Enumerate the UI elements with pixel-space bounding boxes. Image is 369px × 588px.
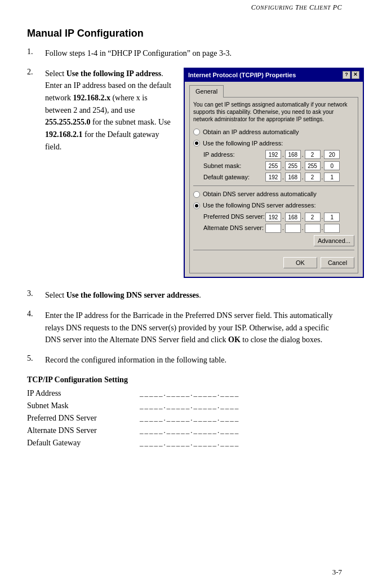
config-row-adns: Alternate DNS Server _____._____._____._… bbox=[27, 426, 342, 435]
config-value-gw: _____._____._____.____ bbox=[140, 439, 239, 448]
step-4: 4. Enter the IP address for the Barricad… bbox=[27, 310, 342, 346]
cancel-button[interactable]: Cancel bbox=[321, 257, 354, 268]
step-2-bold1: Use the following IP address bbox=[66, 69, 162, 78]
dialog-titlebar-buttons: ? ✕ bbox=[343, 71, 359, 79]
adns-seg4[interactable] bbox=[324, 224, 340, 233]
dialog-close-btn[interactable]: ✕ bbox=[352, 71, 359, 79]
advanced-button[interactable]: Advanced... bbox=[314, 235, 354, 246]
step-1: 1. Follow steps 1-4 in “DHCP IP Configur… bbox=[27, 47, 342, 60]
step-5-content: Record the configured information in the… bbox=[45, 354, 342, 366]
pdns-seg1[interactable]: 192 bbox=[265, 213, 281, 222]
adns-seg3[interactable] bbox=[305, 224, 321, 233]
step-2-bold2: 192.168.2.x bbox=[73, 94, 110, 102]
config-label-gw: Default Gateway bbox=[27, 439, 140, 448]
steps-list: 1. Follow steps 1-4 in “DHCP IP Configur… bbox=[27, 47, 342, 366]
alternate-dns-row: Alternate DNS server: . . . bbox=[203, 223, 354, 233]
pdns-seg4[interactable]: 1 bbox=[324, 213, 340, 222]
step-2-bold4: 192.168.2.1 bbox=[45, 130, 83, 139]
config-value-ip: _____._____._____.____ bbox=[140, 389, 239, 398]
gw-seg1[interactable]: 192 bbox=[265, 173, 281, 182]
alternate-dns-input[interactable]: . . . bbox=[265, 224, 340, 233]
pdns-seg3[interactable]: 2 bbox=[305, 213, 321, 222]
radio-manual-dns-btn[interactable] bbox=[193, 202, 200, 209]
radio-manual-ip-btn[interactable] bbox=[193, 140, 200, 147]
page-header: CONFIGURING THE CLIENT PC bbox=[27, 0, 342, 17]
step-2-inner: Select Use the following IP address. Ent… bbox=[45, 68, 364, 278]
radio-auto-dns-btn[interactable] bbox=[193, 191, 200, 198]
dialog-sep1 bbox=[193, 185, 354, 186]
gateway-row: Default gateway: 192 . 168 . 2 . 1 bbox=[203, 173, 354, 182]
radio-auto-ip-label: Obtain an IP address automatically bbox=[203, 127, 299, 137]
step-3: 3. Select Use the following DNS server a… bbox=[27, 289, 342, 302]
pdns-seg2[interactable]: 168 bbox=[285, 213, 301, 222]
ip-address-label: IP address: bbox=[203, 150, 265, 160]
step-5-text: Record the configured information in the… bbox=[45, 356, 226, 364]
step-4-bold: OK bbox=[228, 335, 241, 344]
subnet-mask-row: Subnet mask: 255 . 255 . 255 . 0 bbox=[203, 161, 354, 171]
dialog-buttons: OK Cancel bbox=[193, 255, 354, 269]
config-row-subnet: Subnet Mask _____._____._____.____ bbox=[27, 401, 342, 410]
config-row-gw: Default Gateway _____._____._____.____ bbox=[27, 439, 342, 448]
subnet-label: Subnet mask: bbox=[203, 161, 265, 171]
ip-seg1[interactable]: 192 bbox=[265, 150, 281, 159]
step-1-number: 1. bbox=[27, 47, 45, 56]
preferred-dns-input[interactable]: 192 . 168 . 2 . 1 bbox=[265, 213, 340, 222]
step-1-content: Follow steps 1-4 in “DHCP IP Configurati… bbox=[45, 47, 342, 60]
ok-button[interactable]: OK bbox=[283, 257, 317, 268]
step-2: 2. Select Use the following IP address. … bbox=[27, 68, 342, 278]
config-row-ip: IP Address _____._____._____.____ bbox=[27, 389, 342, 398]
step-5-number: 5. bbox=[27, 354, 45, 363]
dialog-info: You can get IP settings assigned automat… bbox=[193, 101, 354, 123]
dialog-title: Internet Protocol (TCP/IP) Properties bbox=[188, 70, 296, 80]
ip-seg4[interactable]: 20 bbox=[324, 150, 340, 159]
dialog-box: Internet Protocol (TCP/IP) Properties ? … bbox=[184, 68, 364, 278]
adns-seg2[interactable] bbox=[285, 224, 301, 233]
gw-seg3[interactable]: 2 bbox=[305, 173, 321, 182]
step-4-number: 4. bbox=[27, 310, 45, 319]
config-label-subnet: Subnet Mask bbox=[27, 401, 140, 410]
radio-auto-dns[interactable]: Obtain DNS server address automatically bbox=[193, 189, 354, 199]
radio-auto-ip-btn[interactable] bbox=[193, 129, 200, 135]
gw-seg2[interactable]: 168 bbox=[285, 173, 301, 182]
main-heading: Manual IP Configuration bbox=[27, 28, 342, 39]
preferred-dns-label: Preferred DNS server: bbox=[203, 212, 265, 222]
dialog-content: You can get IP settings assigned automat… bbox=[189, 97, 358, 273]
step-5: 5. Record the configured information in … bbox=[27, 354, 342, 366]
ip-seg2[interactable]: 168 bbox=[285, 150, 301, 159]
step-2-number: 2. bbox=[27, 68, 45, 77]
dialog-help-btn[interactable]: ? bbox=[343, 71, 350, 79]
step-2-text: Select Use the following IP address. Ent… bbox=[45, 68, 175, 153]
step-3-bold: Use the following DNS server addresses bbox=[66, 291, 199, 299]
gateway-label: Default gateway: bbox=[203, 173, 265, 182]
step-3-content: Select Use the following DNS server addr… bbox=[45, 289, 342, 302]
step-3-number: 3. bbox=[27, 289, 45, 298]
subnet-input[interactable]: 255 . 255 . 255 . 0 bbox=[265, 161, 340, 170]
step-1-text: Follow steps 1-4 in “DHCP IP Configurati… bbox=[45, 49, 232, 58]
config-row-pdns: Preferred DNS Server _____._____._____._… bbox=[27, 414, 342, 423]
subnet-seg4[interactable]: 0 bbox=[324, 161, 340, 170]
step-2-bold3: 255.255.255.0 bbox=[45, 118, 91, 126]
subnet-seg2[interactable]: 255 bbox=[285, 161, 301, 170]
step-4-text-end: to close the dialog boxes. bbox=[241, 335, 322, 344]
ip-seg3[interactable]: 2 bbox=[305, 150, 321, 159]
radio-auto-ip[interactable]: Obtain an IP address automatically bbox=[193, 127, 354, 137]
radio-manual-dns-label: Use the following DNS server addresses: bbox=[203, 201, 316, 210]
config-label-pdns: Preferred DNS Server bbox=[27, 414, 140, 423]
config-value-subnet: _____._____._____.____ bbox=[140, 401, 239, 410]
radio-manual-dns[interactable]: Use the following DNS server addresses: bbox=[193, 201, 354, 210]
page-footer: 3-7 bbox=[332, 568, 342, 577]
gw-seg4[interactable]: 1 bbox=[324, 173, 340, 182]
dialog-titlebar: Internet Protocol (TCP/IP) Properties ? … bbox=[185, 69, 363, 82]
subnet-seg3[interactable]: 255 bbox=[305, 161, 321, 170]
ip-address-input[interactable]: 192 . 168 . 2 . 20 bbox=[265, 150, 340, 159]
dialog-tab[interactable]: General bbox=[189, 85, 224, 98]
radio-manual-ip[interactable]: Use the following IP address: bbox=[193, 139, 354, 148]
config-value-adns: _____._____._____.____ bbox=[140, 426, 239, 435]
subnet-seg1[interactable]: 255 bbox=[265, 161, 281, 170]
page-number: 3-7 bbox=[332, 568, 342, 576]
gateway-input[interactable]: 192 . 168 . 2 . 1 bbox=[265, 173, 340, 182]
alternate-dns-label: Alternate DNS server: bbox=[203, 223, 265, 233]
adns-seg1[interactable] bbox=[265, 224, 281, 233]
radio-auto-dns-label: Obtain DNS server address automatically bbox=[203, 189, 317, 199]
config-label-adns: Alternate DNS Server bbox=[27, 426, 140, 435]
